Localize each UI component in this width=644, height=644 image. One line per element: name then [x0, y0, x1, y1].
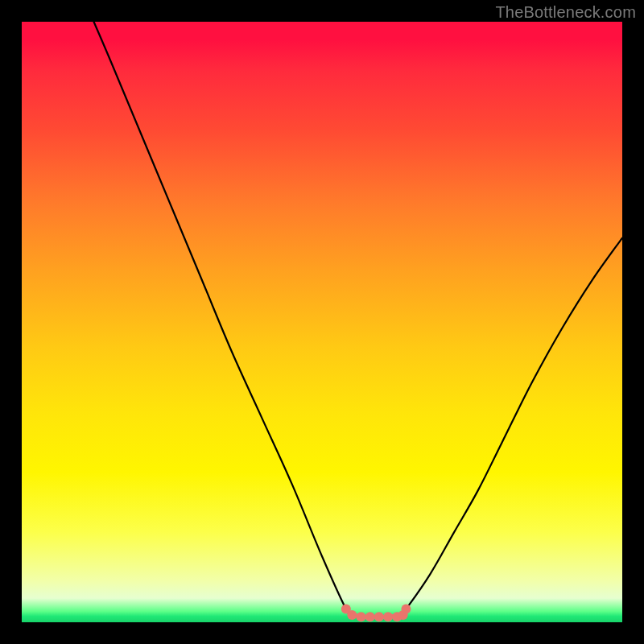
highlight-dot: [365, 612, 375, 621]
chart-gradient-area: [22, 22, 622, 622]
chart-svg: [22, 22, 622, 622]
curve-left: [94, 22, 353, 616]
highlight-dot: [356, 612, 365, 621]
outer-frame: TheBottleneck.com: [0, 0, 644, 644]
highlight-dots-group: [341, 605, 411, 622]
curve-right: [400, 238, 622, 615]
highlight-dot: [383, 612, 393, 621]
watermark-text: TheBottleneck.com: [495, 3, 636, 22]
highlight-dot: [401, 605, 411, 614]
highlight-dot: [347, 610, 357, 620]
highlight-dot: [374, 612, 384, 621]
